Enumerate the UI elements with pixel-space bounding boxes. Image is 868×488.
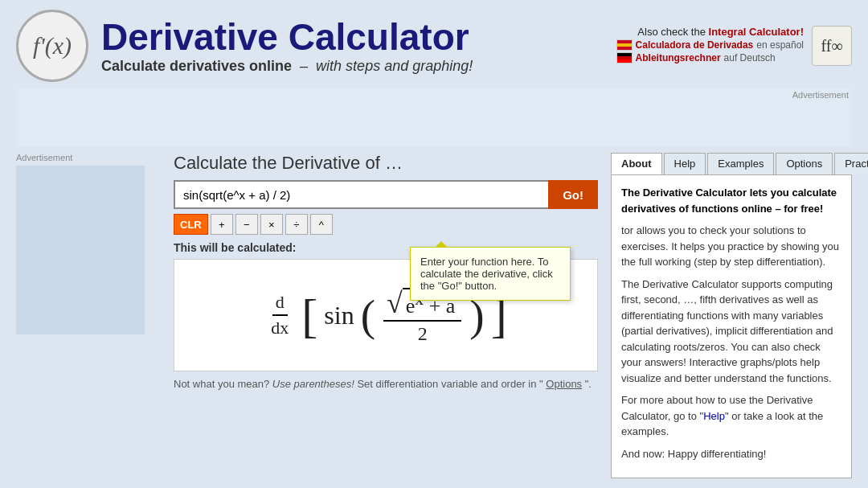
- tab-content-about: The Derivative Calculator lets you calcu…: [611, 174, 852, 478]
- also-check-text: Also check the: [637, 26, 706, 38]
- minus-button[interactable]: −: [235, 214, 258, 235]
- plus-button[interactable]: +: [211, 214, 233, 235]
- tab-examples[interactable]: Examples: [707, 153, 774, 174]
- fractal-logo: ff∞: [812, 26, 852, 66]
- multiply-button[interactable]: ×: [260, 214, 283, 235]
- tooltip-box: Enter your function here. To calculate t…: [410, 247, 571, 301]
- tab-bar: About Help Examples Options Practice: [611, 153, 852, 174]
- left-ad-box: [16, 166, 145, 334]
- paren-open: (: [361, 291, 375, 340]
- hint-mid: Set differentiation variable and order i…: [357, 378, 542, 390]
- de-link[interactable]: Ableitungsrechner: [636, 52, 721, 64]
- about-heading: The Derivative Calculator lets you calcu…: [621, 185, 841, 216]
- subtitle-plain: Calculate derivatives online: [101, 58, 292, 74]
- flag-es-icon: [616, 39, 633, 51]
- flag-de-icon: [616, 52, 633, 64]
- inner-den: 2: [415, 322, 431, 345]
- de-lang-line: Ableitungsrechner auf Deutsch: [616, 52, 804, 64]
- deriv-den: dx: [268, 316, 292, 338]
- main-content: Advertisement Calculate the Derivative o…: [0, 153, 868, 478]
- about-p1: tor allows you to check your solutions t…: [621, 223, 841, 270]
- integral-link[interactable]: Integral Calculator!: [709, 26, 804, 38]
- calculator-section: Calculate the Derivative of … Go! CLR + …: [174, 153, 598, 478]
- bottom-section: Recommend this Website Result: [0, 478, 868, 488]
- left-ad-section: Advertisement: [16, 153, 161, 478]
- header-title-block: Derivative Calculator Calculate derivati…: [101, 17, 473, 75]
- tooltip-arrow: [435, 241, 448, 248]
- options-link[interactable]: Options: [546, 378, 582, 390]
- top-ad-banner: Advertisement: [16, 88, 852, 146]
- ad-label: Advertisement: [792, 90, 849, 100]
- es-link[interactable]: Calculadora de Derivadas: [636, 39, 754, 51]
- function-input[interactable]: [174, 180, 548, 209]
- header-right: Also check the Integral Calculator! Calc…: [616, 26, 852, 66]
- de-suffix: auf Deutsch: [724, 52, 776, 64]
- about-p1-text: tor allows you to check your solutions t…: [621, 224, 839, 268]
- about-p3: For more about how to use the Derivative…: [621, 392, 841, 440]
- subtitle-italic: with steps and graphing!: [316, 58, 473, 74]
- sqrt-symbol: √: [387, 286, 403, 320]
- deriv-num: d: [272, 292, 288, 316]
- fractal-label: ff∞: [821, 37, 842, 55]
- toolbar: CLR + − × ÷ ^: [174, 214, 598, 235]
- clr-button[interactable]: CLR: [174, 214, 208, 235]
- logo-text: f'(x): [33, 32, 72, 59]
- input-row: Go!: [174, 180, 598, 209]
- derivative-frac: d dx: [268, 292, 292, 338]
- about-p4: And now: Happy differentiating!: [621, 446, 841, 462]
- hint-plain: Not what you mean?: [174, 378, 272, 390]
- header-links: Also check the Integral Calculator! Calc…: [616, 26, 804, 64]
- hint-text: Not what you mean? Use parentheses! Set …: [174, 378, 598, 390]
- tab-practice[interactable]: Practice: [834, 153, 868, 174]
- help-link[interactable]: Help: [703, 410, 725, 422]
- header-left: f'(x) Derivative Calculator Calculate de…: [16, 10, 473, 82]
- subtitle: Calculate derivatives online – with step…: [101, 58, 473, 75]
- sin-text: sin: [324, 301, 354, 330]
- go-button[interactable]: Go!: [548, 180, 598, 209]
- left-ad-label: Advertisement: [16, 153, 161, 162]
- tab-help[interactable]: Help: [664, 153, 706, 174]
- hint-parens: Use parentheses!: [272, 378, 354, 390]
- about-p2: The Derivative Calculator supports compu…: [621, 277, 841, 387]
- logo-icon: f'(x): [16, 10, 88, 82]
- right-panel: About Help Examples Options Practice The…: [611, 153, 852, 478]
- power-button[interactable]: ^: [310, 214, 333, 235]
- es-suffix: en español: [756, 39, 804, 51]
- bracket-left: [: [301, 289, 317, 342]
- calc-title: Calculate the Derivative of …: [174, 153, 598, 174]
- header: f'(x) Derivative Calculator Calculate de…: [0, 0, 868, 88]
- divide-button[interactable]: ÷: [285, 214, 308, 235]
- tab-about[interactable]: About: [611, 153, 662, 174]
- es-lang-line: Calculadora de Derivadas en español: [616, 39, 804, 51]
- hint-end: ".: [585, 378, 592, 390]
- integral-link-line: Also check the Integral Calculator!: [616, 26, 804, 38]
- tab-options[interactable]: Options: [776, 153, 833, 174]
- page-title: Derivative Calculator: [101, 17, 473, 58]
- tooltip-text: Enter your function here. To calculate t…: [420, 256, 553, 292]
